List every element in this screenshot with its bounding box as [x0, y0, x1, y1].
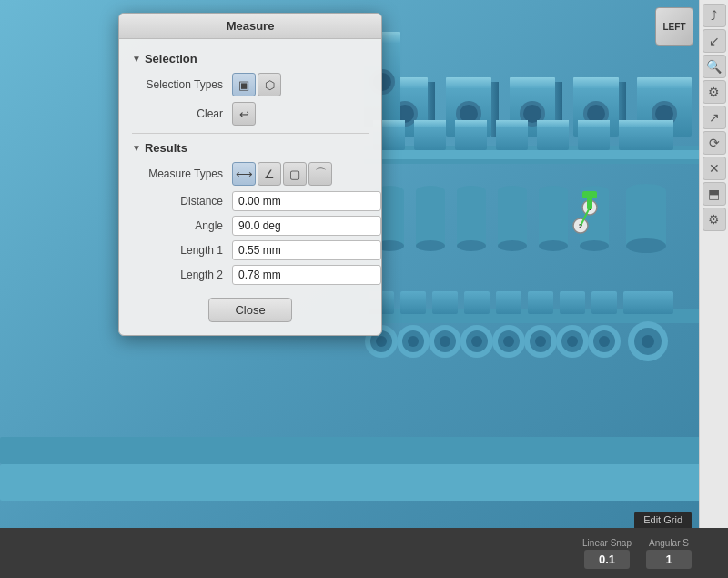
- svg-rect-74: [528, 291, 553, 314]
- length2-value[interactable]: [232, 265, 381, 285]
- svg-rect-1: [0, 437, 710, 464]
- svg-rect-36: [414, 120, 446, 127]
- angle-value[interactable]: [232, 216, 381, 236]
- selection-face-button[interactable]: ▣: [232, 73, 256, 96]
- svg-rect-44: [578, 120, 610, 127]
- distance-value[interactable]: [232, 191, 381, 211]
- svg-rect-51: [416, 191, 445, 246]
- measure-linear-button[interactable]: ⟷: [232, 162, 256, 186]
- clear-undo-icon: ↩: [239, 107, 249, 121]
- linear-snap-label: Linear Snap: [582, 538, 632, 548]
- measure-area-icon: ▢: [289, 167, 300, 181]
- angle-row: Angle ⧉: [132, 216, 369, 236]
- svg-point-64: [580, 240, 609, 251]
- selection-types-row: Selection Types ▣ ⬡: [132, 73, 369, 96]
- linear-snap-value[interactable]: 0.1: [584, 550, 630, 569]
- sidebar-icon-8[interactable]: ⬒: [703, 182, 726, 206]
- sidebar-icon-3[interactable]: 🔍: [703, 55, 726, 78]
- measure-angle-icon: ∠: [264, 167, 275, 181]
- length2-row: Length 2 ⧉: [132, 265, 369, 285]
- selection-types-buttons: ▣ ⬡: [232, 73, 281, 96]
- sidebar-icon-4[interactable]: ⚙: [703, 80, 726, 104]
- svg-rect-38: [455, 120, 487, 127]
- length1-value[interactable]: [232, 240, 381, 260]
- sidebar-icon-9[interactable]: ⚙: [703, 208, 726, 231]
- measure-types-label: Measure Types: [141, 167, 232, 180]
- svg-point-80: [376, 336, 387, 347]
- svg-rect-32: [364, 150, 710, 159]
- angular-snap-value[interactable]: 1: [646, 550, 692, 569]
- measure-arc-button[interactable]: ⌒: [308, 162, 332, 186]
- section-divider: [132, 133, 369, 134]
- clear-button[interactable]: ↩: [232, 102, 256, 126]
- results-arrow: ▼: [132, 143, 141, 153]
- clear-row: Clear ↩: [132, 102, 369, 126]
- svg-rect-70: [400, 291, 426, 314]
- orientation-cube[interactable]: LEFT: [655, 7, 693, 46]
- results-section-header: ▼ Results: [132, 141, 369, 155]
- svg-rect-2: [0, 464, 710, 501]
- clear-label: Clear: [141, 107, 232, 120]
- dialog-content: ▼ Selection Selection Types ▣ ⬡ Clear ↩: [119, 39, 381, 335]
- sidebar-icon-5[interactable]: ↗: [703, 106, 726, 129]
- sidebar-icon-1[interactable]: ⤴: [703, 4, 726, 27]
- sidebar-icon-6[interactable]: ⟳: [703, 131, 726, 155]
- svg-rect-60: [539, 191, 568, 246]
- angle-label: Angle: [141, 219, 232, 232]
- svg-point-67: [626, 238, 666, 253]
- svg-point-83: [408, 336, 419, 347]
- svg-rect-66: [626, 191, 666, 246]
- sidebar-icon-2[interactable]: ↙: [703, 29, 726, 53]
- svg-rect-40: [496, 120, 528, 127]
- linear-snap-section: Linear Snap 0.1: [582, 538, 632, 569]
- svg-point-101: [599, 336, 610, 347]
- svg-rect-57: [498, 191, 527, 246]
- svg-rect-42: [537, 120, 569, 127]
- svg-point-52: [416, 240, 445, 251]
- selection-section-label: Selection: [145, 52, 197, 66]
- svg-point-61: [539, 240, 568, 251]
- svg-point-58: [498, 240, 527, 251]
- selection-edge-button[interactable]: ⬡: [258, 73, 281, 96]
- measure-linear-icon: ⟷: [236, 167, 253, 181]
- distance-row: Distance ⧉: [132, 191, 369, 211]
- selection-section-header: ▼ Selection: [132, 52, 369, 66]
- svg-point-89: [471, 336, 482, 347]
- bottom-bar: Linear Snap 0.1 Angular S 1: [0, 528, 728, 578]
- svg-rect-72: [464, 291, 490, 314]
- selection-edge-icon: ⬡: [265, 78, 275, 92]
- svg-point-86: [440, 336, 450, 347]
- svg-point-55: [457, 240, 486, 251]
- results-section-label: Results: [145, 141, 187, 155]
- svg-rect-16: [637, 77, 692, 88]
- sidebar-icon-7[interactable]: ✕: [703, 157, 726, 180]
- selection-types-label: Selection Types: [141, 78, 232, 91]
- measure-arc-icon: ⌒: [315, 166, 327, 182]
- svg-rect-76: [592, 291, 617, 314]
- distance-label: Distance: [141, 195, 232, 208]
- svg-rect-13: [573, 77, 619, 88]
- length2-label: Length 2: [141, 269, 232, 281]
- angular-snap-section: Angular S 1: [646, 538, 692, 569]
- close-button[interactable]: Close: [208, 298, 291, 322]
- angular-snap-label: Angular S: [649, 538, 689, 548]
- svg-rect-71: [432, 291, 458, 314]
- svg-rect-54: [457, 191, 486, 246]
- measure-dialog: Measure ▼ Selection Selection Types ▣ ⬡ …: [118, 13, 382, 336]
- svg-point-92: [503, 336, 514, 347]
- measure-type-buttons: ⟷ ∠ ▢ ⌒: [232, 162, 332, 186]
- svg-point-104: [642, 335, 654, 348]
- selection-face-icon: ▣: [238, 78, 249, 92]
- svg-rect-75: [560, 291, 585, 314]
- selection-arrow: ▼: [132, 54, 141, 64]
- right-sidebar: ⤴ ↙ 🔍 ⚙ ↗ ⟳ ✕ ⬒ ⚙: [699, 0, 728, 528]
- edit-grid-label: Edit Grid: [634, 512, 692, 528]
- length1-label: Length 1: [141, 244, 232, 257]
- measure-angle-button[interactable]: ∠: [258, 162, 281, 186]
- measure-area-button[interactable]: ▢: [283, 162, 307, 186]
- measure-types-row: Measure Types ⟷ ∠ ▢ ⌒: [132, 162, 369, 186]
- svg-rect-10: [510, 77, 555, 88]
- svg-rect-7: [446, 77, 491, 88]
- svg-rect-73: [496, 291, 521, 314]
- svg-rect-111: [582, 191, 597, 198]
